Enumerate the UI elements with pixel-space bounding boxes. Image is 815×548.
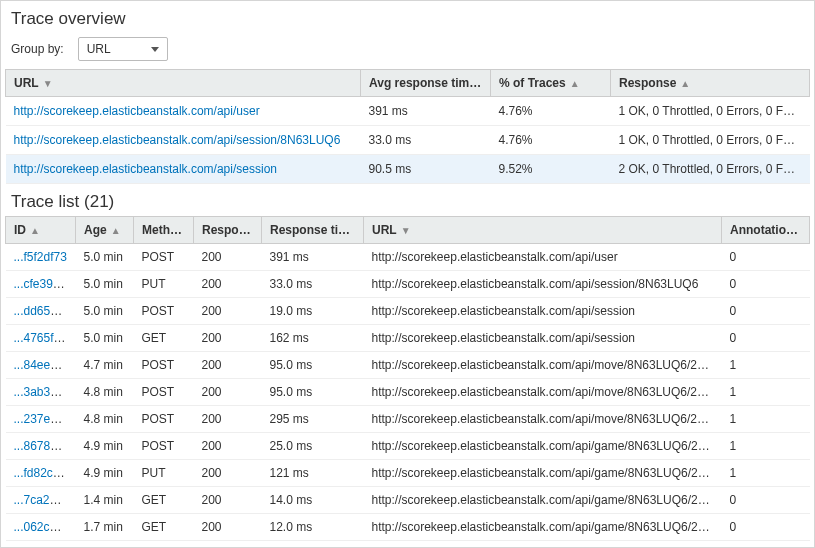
trace-age: 4.9 min [76,433,134,460]
trace-annotations: 0 [722,244,810,271]
overview-resp: 1 OK, 0 Throttled, 0 Errors, 0 Faults [611,97,810,126]
table-row[interactable]: ...fd82cc324.9 minPUT200121 mshttp://sco… [6,460,810,487]
trace-annotations: 1 [722,406,810,433]
sort-icon: ▲ [570,78,580,89]
trace-id-link[interactable]: ...84eeef29 [14,358,74,372]
trace-time: 391 ms [262,244,364,271]
groupby-select[interactable]: URL [78,37,168,61]
trace-list-title: Trace list (21) [1,184,814,216]
trace-time: 12.0 ms [262,514,364,541]
trace-time: 121 ms [262,460,364,487]
trace-age: 4.8 min [76,406,134,433]
table-row[interactable]: ...062ccac51.7 minGET20012.0 mshttp://sc… [6,514,810,541]
col-avg[interactable]: Avg response time▲ [361,70,491,97]
trace-id-link[interactable]: ...f5f2df73 [14,250,67,264]
trace-response: 200 [194,298,262,325]
sort-icon: ▲ [111,225,121,236]
trace-id-link[interactable]: ...062ccac5 [14,520,75,534]
trace-list-table: ID▲ Age▲ Method▲ Response▲ Response time… [5,216,810,548]
table-row[interactable]: ...cfe399805.0 minPUT20033.0 mshttp://sc… [6,271,810,298]
trace-id-link[interactable]: ...7ca2e05f [14,493,73,507]
col-resp[interactable]: Response▲ [611,70,810,97]
trace-url: http://scorekeep.elasticbeanstalk.com/ap… [364,514,722,541]
trace-age: 4.7 min [76,352,134,379]
trace-url: http://scorekeep.elasticbeanstalk.com/ap… [364,460,722,487]
table-row[interactable]: ...3ab33fdb4.8 minPOST20095.0 mshttp://s… [6,379,810,406]
groupby-row: Group by: URL [1,33,814,69]
trace-url: http://scorekeep.elasticbeanstalk.com/ap… [364,244,722,271]
table-row[interactable]: ...237e07054.8 minPOST200295 mshttp://sc… [6,406,810,433]
table-row[interactable]: ...867822274.9 minPOST20025.0 mshttp://s… [6,433,810,460]
sort-icon: ▲ [30,225,40,236]
col-response[interactable]: Response▲ [194,217,262,244]
trace-method: GET [134,541,194,549]
trace-id-link[interactable]: ...3ab33fdb [14,385,74,399]
table-row[interactable]: ...84eeef294.7 minPOST20095.0 mshttp://s… [6,352,810,379]
table-row[interactable]: ...f5f2df735.0 minPOST200391 mshttp://sc… [6,244,810,271]
col-method[interactable]: Method▲ [134,217,194,244]
trace-age: 1.7 min [76,514,134,541]
table-row[interactable]: ...7ca2e05f1.4 minGET20014.0 mshttp://sc… [6,487,810,514]
trace-response: 200 [194,244,262,271]
overview-resp: 2 OK, 0 Throttled, 0 Errors, 0 Faults [611,155,810,184]
overview-pct: 4.76% [491,97,611,126]
trace-time: 19.0 ms [262,298,364,325]
overview-avg: 90.5 ms [361,155,491,184]
trace-method: GET [134,487,194,514]
trace-time: 33.0 ms [262,271,364,298]
trace-response: 200 [194,352,262,379]
trace-id-link[interactable]: ...fd82cc32 [14,466,73,480]
overview-resp: 1 OK, 0 Throttled, 0 Errors, 0 Faults [611,126,810,155]
trace-id-link[interactable]: ...86782227 [14,439,76,453]
trace-annotations: 1 [722,433,810,460]
trace-annotations: 0 [722,514,810,541]
table-row[interactable]: http://scorekeep.elasticbeanstalk.com/ap… [6,126,810,155]
trace-method: GET [134,325,194,352]
trace-age: 4.8 min [76,379,134,406]
trace-response: 200 [194,541,262,549]
col-url[interactable]: URL▼ [364,217,722,244]
trace-response: 200 [194,433,262,460]
sort-icon: ▲ [359,225,363,236]
table-row[interactable]: ...dc0ebe3c1.9 minGET2009.0 mshttp://sco… [6,541,810,549]
trace-method: PUT [134,271,194,298]
trace-age: 5.0 min [76,325,134,352]
overview-url-link[interactable]: http://scorekeep.elasticbeanstalk.com/ap… [14,162,277,176]
trace-id-link[interactable]: ...4765fec8 [14,331,73,345]
trace-method: POST [134,379,194,406]
trace-time: 95.0 ms [262,352,364,379]
col-url[interactable]: URL▼ [6,70,361,97]
overview-url-link[interactable]: http://scorekeep.elasticbeanstalk.com/ap… [14,104,260,118]
sort-icon: ▼ [43,78,53,89]
trace-age: 5.0 min [76,271,134,298]
trace-annotations: 0 [722,487,810,514]
col-id[interactable]: ID▲ [6,217,76,244]
trace-response: 200 [194,514,262,541]
trace-annotations: 1 [722,379,810,406]
col-response-time[interactable]: Response time▲ [262,217,364,244]
trace-id-link[interactable]: ...dd653e4c [14,304,76,318]
trace-id-link[interactable]: ...cfe39980 [14,277,73,291]
trace-annotations: 0 [722,541,810,549]
trace-annotations: 0 [722,271,810,298]
col-age[interactable]: Age▲ [76,217,134,244]
table-row[interactable]: ...dd653e4c5.0 minPOST20019.0 mshttp://s… [6,298,810,325]
table-row[interactable]: http://scorekeep.elasticbeanstalk.com/ap… [6,97,810,126]
col-annotations[interactable]: Annotations▲ [722,217,810,244]
trace-url: http://scorekeep.elasticbeanstalk.com/ap… [364,271,722,298]
overview-url-link[interactable]: http://scorekeep.elasticbeanstalk.com/ap… [14,133,341,147]
trace-list-scroll[interactable]: ID▲ Age▲ Method▲ Response▲ Response time… [1,216,814,548]
trace-id-link[interactable]: ...237e0705 [14,412,76,426]
trace-url: http://scorekeep.elasticbeanstalk.com/ap… [364,541,722,549]
overview-avg: 391 ms [361,97,491,126]
trace-url: http://scorekeep.elasticbeanstalk.com/ap… [364,352,722,379]
trace-annotations: 1 [722,460,810,487]
table-row[interactable]: ...4765fec85.0 minGET200162 mshttp://sco… [6,325,810,352]
trace-method: GET [134,514,194,541]
table-row[interactable]: http://scorekeep.elasticbeanstalk.com/ap… [6,155,810,184]
trace-overview-title: Trace overview [1,1,814,33]
trace-annotations: 0 [722,325,810,352]
trace-time: 9.0 ms [262,541,364,549]
trace-method: POST [134,406,194,433]
col-pct[interactable]: % of Traces▲ [491,70,611,97]
